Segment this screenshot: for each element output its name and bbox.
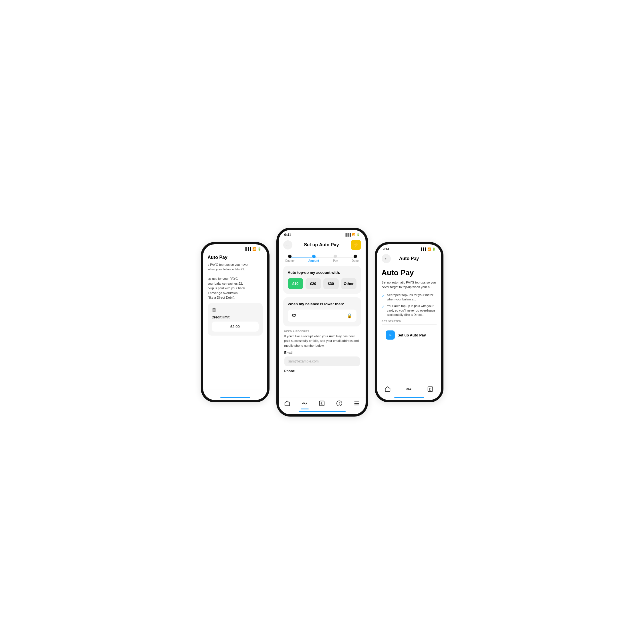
center-time: 9:41 (284, 233, 291, 237)
auto-pay-title: Auto Pay (382, 268, 437, 277)
step-dot-done (354, 255, 357, 258)
check-icon-1: ✓ (382, 293, 385, 298)
center-status-bar: 9:41 ▐▐▐ 📶 🔋 (279, 230, 366, 238)
step-pay: Pay (333, 255, 338, 262)
left-card: 🗑 Credit limit £2.00 (208, 303, 263, 336)
amount-30[interactable]: £30 (323, 278, 339, 289)
wifi-icon: 📶 (252, 247, 256, 251)
home-indicator-left (220, 397, 250, 398)
check-text-1: Set repeat top-ups for your meter when y… (387, 293, 437, 302)
right-content: Auto Pay Set up automatic PAYG top-ups s… (377, 265, 441, 383)
balance-value: £2 (292, 313, 296, 318)
auto-pay-description: Set up automatic PAYG top-ups so you nev… (382, 280, 437, 290)
check-item-1: ✓ Set repeat top-ups for your meter when… (382, 293, 437, 302)
svg-text:?: ? (339, 401, 341, 405)
nav-home-right[interactable] (385, 386, 391, 392)
home-indicator-right (394, 397, 424, 398)
email-input[interactable]: sam@example.com (284, 356, 360, 366)
scene: ▐▐▐ 📶 🔋 Auto Pay c PAYG top-ups so you n… (165, 216, 479, 428)
nav-help-center[interactable]: ? (336, 400, 342, 407)
right-header: ← Auto Pay (377, 252, 441, 265)
setup-auto-pay-button[interactable]: ∞ Set up Auto Pay (382, 327, 437, 343)
home-indicator-center (299, 411, 346, 412)
left-bottom-nav: £ ? (203, 389, 267, 397)
center-header: ← Set up Auto Pay ⚡ (279, 238, 366, 252)
nav-home-center[interactable] (284, 400, 290, 407)
receipt-label: NEED A RECEIPT? (284, 330, 360, 333)
lock-icon: 🔒 (347, 313, 352, 318)
nav-pound-right[interactable]: £ (427, 386, 433, 392)
step-label-amount: Amount (308, 259, 319, 262)
step-label-pay: Pay (333, 259, 338, 262)
check-text-2: Your auto top-up is paid with your card,… (387, 304, 437, 317)
infinity-icon: ∞ (386, 330, 395, 340)
stepper: Energy Amount Pay Done (279, 252, 366, 262)
step-done: Done (352, 255, 359, 262)
delete-icon: 🗑 (212, 307, 259, 313)
nav-pound-center[interactable]: £ (319, 400, 325, 407)
get-started-label: GET STARTED (382, 320, 437, 323)
center-content: Auto top-up my account with: £10 £20 £30… (279, 262, 366, 397)
amount-10[interactable]: £10 (288, 278, 303, 289)
balance-card: When my balance is lower than: £2 🔒 (283, 297, 361, 326)
step-label-done: Done (352, 259, 359, 262)
center-status-icons: ▐▐▐ 📶 🔋 (344, 233, 360, 236)
nav-menu-center[interactable] (354, 400, 360, 407)
svg-text:£: £ (321, 401, 323, 405)
left-phone: ▐▐▐ 📶 🔋 Auto Pay c PAYG top-ups so you n… (201, 242, 270, 402)
amount-options: £10 £20 £30 Other (288, 278, 356, 289)
right-bottom-nav: £ (377, 383, 441, 397)
left-status-bar: ▐▐▐ 📶 🔋 (203, 244, 267, 252)
signal-icon-right: ▐▐▐ (420, 247, 426, 251)
balance-card-title: When my balance is lower than: (288, 302, 356, 306)
step-dot-energy (288, 255, 292, 258)
receipt-text: If you'd like a receipt when your Auto P… (284, 334, 360, 348)
signal-icon-center: ▐▐▐ (344, 233, 350, 236)
right-status-bar: 9:41 ▐▐▐ 📶 🔋 (377, 244, 441, 252)
svg-text:£: £ (429, 387, 431, 391)
step-amount: Amount (308, 255, 319, 262)
balance-row: £2 🔒 (288, 310, 356, 322)
receipt-section: NEED A RECEIPT? If you'd like a receipt … (283, 330, 361, 373)
nav-dots-center[interactable] (302, 400, 308, 407)
check-icon-2: ✓ (382, 304, 385, 309)
divider (382, 324, 437, 325)
right-header-title: Auto Pay (399, 256, 419, 261)
battery-icon-center: 🔋 (356, 233, 360, 236)
amount-card-title: Auto top-up my account with: (288, 270, 356, 275)
step-dot-pay (334, 255, 337, 258)
check-item-2: ✓ Your auto top-up is paid with your car… (382, 304, 437, 317)
left-content: Auto Pay c PAYG top-ups so you never whe… (203, 252, 267, 389)
right-time: 9:41 (383, 247, 390, 251)
right-status-icons: ▐▐▐ 📶 🔋 (420, 247, 435, 251)
lightning-button[interactable]: ⚡ (351, 240, 361, 250)
right-phone: 9:41 ▐▐▐ 📶 🔋 ← Auto Pay Auto Pay Set up … (375, 242, 443, 402)
header-title: Set up Auto Pay (304, 242, 339, 247)
step-label-energy: Energy (286, 259, 295, 262)
credit-value: £2.00 (212, 322, 259, 332)
phone-label: Phone (284, 369, 360, 373)
credit-limit-label: Credit limit (212, 315, 259, 319)
nav-dots-right[interactable] (406, 386, 412, 392)
battery-icon: 🔋 (257, 247, 261, 251)
left-title: Auto Pay (208, 255, 263, 260)
center-bottom-nav: £ ? (279, 397, 366, 411)
battery-icon-right: 🔋 (432, 247, 435, 251)
back-button[interactable]: ← (283, 240, 292, 249)
signal-icon: ▐▐▐ (244, 247, 251, 251)
wifi-icon-center: 📶 (352, 233, 355, 236)
step-dot-amount (312, 255, 316, 258)
amount-other[interactable]: Other (341, 278, 356, 289)
amount-20[interactable]: £20 (306, 278, 321, 289)
setup-btn-label: Set up Auto Pay (398, 333, 426, 337)
amount-card: Auto top-up my account with: £10 £20 £30… (283, 266, 361, 294)
right-back-button[interactable]: ← (382, 254, 391, 263)
email-label: Email (284, 351, 360, 355)
center-phone: 9:41 ▐▐▐ 📶 🔋 ← Set up Auto Pay ⚡ Energy … (276, 228, 368, 417)
left-description: c PAYG top-ups so you never when your ba… (208, 262, 263, 300)
wifi-icon-right: 📶 (427, 247, 431, 251)
step-energy: Energy (286, 255, 295, 262)
